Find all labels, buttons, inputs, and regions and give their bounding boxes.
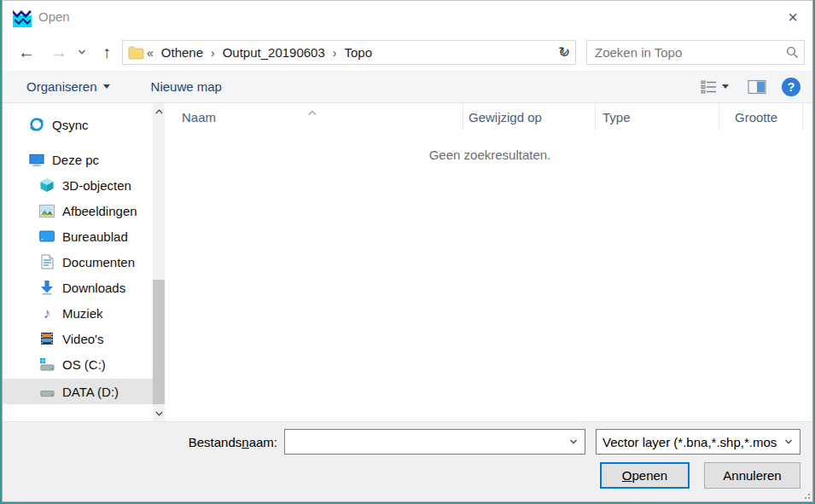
breadcrumb-overflow[interactable]: « <box>144 46 156 60</box>
recent-locations-icon[interactable] <box>73 35 91 69</box>
breadcrumb-item-othene[interactable]: Othene <box>156 45 208 60</box>
close-button[interactable]: × <box>773 1 812 33</box>
3d-objects-icon <box>39 177 55 193</box>
sidebar-scrollbar[interactable] <box>153 103 165 421</box>
sidebar-item-label: Video's <box>62 332 103 346</box>
sidebar-item-label: Deze pc <box>52 153 99 167</box>
folder-icon <box>128 46 144 60</box>
preview-pane-icon <box>748 79 766 95</box>
new-folder-label: Nieuwe map <box>151 79 222 94</box>
preview-pane-button[interactable] <box>744 77 770 97</box>
column-label: Grootte <box>735 110 777 125</box>
view-mode-button[interactable] <box>697 77 732 97</box>
sidebar-item-label: Afbeeldingen <box>62 204 137 218</box>
drive-c-icon <box>39 356 55 372</box>
pictures-icon <box>39 203 55 218</box>
navigation-sidebar: Qsync Deze pc <box>3 103 153 421</box>
desktop-icon <box>39 229 55 244</box>
sidebar-item-data-d[interactable]: DATA (D:) <box>3 379 153 404</box>
organize-label: Organiseren <box>26 79 97 94</box>
empty-results-message: Geen zoekresultaten. <box>165 148 812 162</box>
filetype-dropdown-icon[interactable] <box>777 437 800 446</box>
sidebar-item-label: Qsync <box>52 118 89 132</box>
sidebar-item-os-c[interactable]: OS (C:) <box>3 351 153 377</box>
chevron-down-icon <box>103 84 110 89</box>
scroll-up-icon[interactable] <box>153 105 165 118</box>
organize-button[interactable]: Organiseren <box>18 74 119 100</box>
column-headers: Naam Gewijzigd op Type Grootte <box>165 103 812 130</box>
breadcrumb-item-topo[interactable]: Topo <box>339 45 377 60</box>
sidebar-item-label: Bureaublad <box>62 229 128 244</box>
qsync-icon <box>29 117 44 132</box>
file-list: Naam Gewijzigd op Type Grootte Geen zoek… <box>165 103 812 421</box>
column-header-grootte[interactable]: Grootte <box>719 103 803 130</box>
videos-icon <box>39 331 55 346</box>
toolbar-right-group: ? <box>697 77 800 97</box>
address-bar[interactable]: « Othene › Output_20190603 › Topo <box>122 40 576 65</box>
filename-combobox[interactable] <box>284 429 585 455</box>
sidebar-item-documenten[interactable]: Documenten <box>3 249 153 275</box>
filetype-dropdown[interactable]: Vector layer (*.bna,*.shp,*.mos, <box>596 429 800 455</box>
sidebar-item-label: Documenten <box>62 255 135 269</box>
sidebar-item-afbeeldingen[interactable]: Afbeeldingen <box>3 198 153 223</box>
filename-label: Bestandsnaam: <box>3 435 277 449</box>
sidebar-item-label: 3D-objecten <box>62 178 131 193</box>
new-folder-button[interactable]: Nieuwe map <box>143 74 230 100</box>
sidebar-item-3d-objecten[interactable]: 3D-objecten <box>3 172 153 198</box>
up-icon[interactable]: ↑ <box>93 35 120 69</box>
scrollbar-thumb[interactable] <box>153 280 165 404</box>
sidebar-item-bureaublad[interactable]: Bureaublad <box>3 223 153 249</box>
sidebar-item-downloads[interactable]: Downloads <box>3 275 153 300</box>
sidebar-item-label: Downloads <box>62 281 125 295</box>
column-header-naam[interactable]: Naam <box>165 103 463 130</box>
filename-dropdown-icon[interactable] <box>562 437 585 446</box>
sidebar-item-netwerk[interactable]: Netwerk <box>3 413 153 421</box>
resize-grip[interactable] <box>801 490 810 499</box>
sort-ascending-icon <box>308 104 317 119</box>
window-title: Open <box>38 9 70 24</box>
search-box[interactable] <box>586 40 805 65</box>
help-button[interactable]: ? <box>782 78 800 96</box>
sidebar-item-muziek[interactable]: ♪ Muziek <box>3 300 153 326</box>
sidebar-item-qsync[interactable]: Qsync <box>3 112 153 137</box>
forward-icon[interactable]: → <box>45 35 73 69</box>
breadcrumb-separator[interactable]: › <box>330 46 340 60</box>
breadcrumb-item-output[interactable]: Output_20190603 <box>218 45 330 60</box>
column-label: Naam <box>182 110 216 125</box>
navigation-bar: ← → ↑ « Othene › Output_20190603 › Topo … <box>3 35 812 69</box>
command-toolbar: Organiseren Nieuwe map <box>3 71 812 103</box>
sidebar-item-deze-pc[interactable]: Deze pc <box>3 147 153 172</box>
sidebar-item-label: DATA (D:) <box>62 385 119 399</box>
list-view-icon <box>701 79 718 95</box>
file-browser-area: Qsync Deze pc <box>3 103 812 421</box>
music-icon: ♪ <box>39 305 55 321</box>
computer-icon <box>29 152 44 167</box>
search-icon[interactable] <box>780 46 804 59</box>
dialog-footer: Bestandsnaam: Vector layer (*.bna,*.shp,… <box>3 421 812 501</box>
cancel-button[interactable]: Annuleren <box>704 462 800 489</box>
scroll-down-icon[interactable] <box>153 407 165 420</box>
back-icon[interactable]: ← <box>13 35 40 69</box>
chevron-down-icon <box>722 84 729 89</box>
sidebar-item-label: OS (C:) <box>62 357 106 372</box>
title-bar: Open × <box>3 1 812 35</box>
refresh-icon[interactable]: ↻ <box>553 40 576 65</box>
open-file-dialog: Open × ← → ↑ « Othene › Output_20190603 … <box>2 0 813 502</box>
open-button[interactable]: Openen <box>600 462 690 489</box>
drive-d-icon <box>39 384 55 399</box>
filetype-value: Vector layer (*.bna,*.shp,*.mos, <box>597 435 777 449</box>
breadcrumb-separator[interactable]: › <box>208 46 218 60</box>
sidebar-item-label: Muziek <box>62 306 103 321</box>
column-header-gewijzigd-op[interactable]: Gewijzigd op <box>463 103 596 130</box>
column-header-type[interactable]: Type <box>596 103 719 130</box>
documents-icon <box>39 254 55 269</box>
search-input[interactable] <box>587 45 780 60</box>
app-logo-icon <box>11 7 33 29</box>
column-label: Type <box>603 110 631 125</box>
sidebar-item-videos[interactable]: Video's <box>3 326 153 351</box>
downloads-icon <box>39 280 55 295</box>
filename-input[interactable] <box>285 430 562 454</box>
column-label: Gewijzigd op <box>469 110 542 125</box>
